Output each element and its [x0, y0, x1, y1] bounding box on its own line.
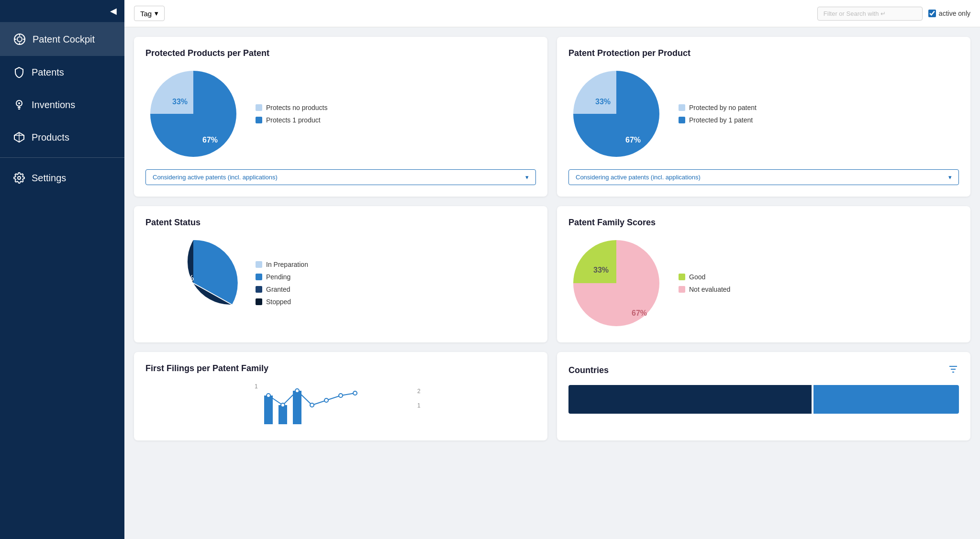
- active-only-label[interactable]: active only: [928, 10, 970, 17]
- gear-icon: [13, 172, 25, 184]
- shield-icon: [13, 66, 25, 78]
- patent-protection-dropdown[interactable]: Considering active patents (incl. applic…: [568, 169, 959, 185]
- svg-point-33: [339, 394, 343, 397]
- legend-item-1-product: Protects 1 product: [256, 116, 327, 124]
- svg-text:1: 1: [255, 383, 258, 390]
- protected-products-footer: Considering active patents (incl. applic…: [145, 169, 536, 185]
- patent-protection-dropdown-label: Considering active patents (incl. applic…: [576, 174, 701, 181]
- card-first-filings-body: 1 2 1: [145, 381, 536, 429]
- legend-label-in-prep: In Preparation: [266, 261, 308, 268]
- tag-label: Tag: [140, 10, 152, 18]
- legend-label-no-products: Protects no products: [266, 104, 327, 111]
- svg-text:33%: 33%: [593, 266, 609, 274]
- svg-point-10: [18, 102, 20, 104]
- svg-point-1: [17, 37, 22, 42]
- card-patent-family-title: Patent Family Scores: [568, 218, 959, 228]
- svg-rect-27: [293, 391, 301, 424]
- card-countries: Countries: [557, 352, 970, 440]
- active-only-checkbox[interactable]: [928, 10, 936, 17]
- svg-point-14: [18, 176, 21, 179]
- topbar-left: Tag ▾: [134, 6, 165, 21]
- card-patent-protection-title: Patent Protection per Product: [568, 48, 959, 58]
- svg-text:67%: 67%: [202, 136, 218, 144]
- svg-text:40%: 40%: [209, 312, 224, 320]
- sidebar-item-patents[interactable]: Patents: [0, 56, 124, 88]
- patent-status-chart: 60% 40%: [145, 235, 241, 331]
- legend-item-no-products: Protects no products: [256, 104, 327, 111]
- country-bar-mid: [813, 385, 959, 414]
- card-patent-family-body: 33% 67% Good Not evaluated: [568, 235, 959, 331]
- card-first-filings-title: First Filings per Patent Family: [145, 363, 536, 374]
- legend-item-no-patent: Protected by no patent: [679, 104, 757, 111]
- countries-bar-chart: [568, 385, 959, 414]
- active-only-text: active only: [939, 10, 970, 17]
- legend-label-1-patent: Protected by 1 patent: [689, 116, 753, 124]
- box-icon: [13, 132, 25, 143]
- legend-label-no-patent: Protected by no patent: [689, 104, 757, 111]
- legend-item-good: Good: [679, 273, 730, 281]
- svg-point-34: [353, 391, 357, 395]
- legend-dot-stopped: [256, 298, 262, 305]
- sidebar-label-settings: Settings: [32, 173, 66, 184]
- svg-text:2: 2: [417, 388, 421, 395]
- card-patent-status-body: 60% 40% In Preparation Pending Granted: [145, 235, 536, 331]
- main-area: Tag ▾ Filter or Search with ↵ active onl…: [124, 0, 980, 539]
- collapse-sidebar-button[interactable]: ◀: [110, 6, 117, 16]
- protected-products-dropdown[interactable]: Considering active patents (incl. applic…: [145, 169, 536, 185]
- card-patent-status: Patent Status 60% 40% In Preparation: [134, 206, 547, 342]
- card-countries-body: [568, 385, 959, 414]
- protected-products-legend: Protects no products Protects 1 product: [256, 104, 327, 124]
- sidebar-item-settings[interactable]: Settings: [0, 162, 124, 194]
- svg-text:60%: 60%: [178, 274, 194, 282]
- card-protected-products: Protected Products per Patent 33% 67% Pr…: [134, 37, 547, 197]
- chevron-down-icon: ▾: [155, 9, 158, 18]
- legend-dot-1-patent: [679, 117, 685, 123]
- legend-dot-in-prep: [256, 261, 262, 268]
- legend-item-pending: Pending: [256, 273, 308, 281]
- sidebar-divider: [0, 157, 124, 158]
- legend-label-granted: Granted: [266, 286, 290, 293]
- sidebar-label-patents: Patents: [32, 67, 64, 78]
- patent-protection-legend: Protected by no patent Protected by 1 pa…: [679, 104, 757, 124]
- legend-item-1-patent: Protected by 1 patent: [679, 116, 757, 124]
- svg-point-32: [324, 398, 328, 402]
- svg-text:67%: 67%: [632, 309, 647, 317]
- sidebar-label-patent-cockpit: Patent Cockpit: [33, 34, 95, 45]
- svg-rect-25: [264, 396, 273, 424]
- first-filings-chart: 1 2 1: [145, 381, 536, 429]
- filter-icon[interactable]: [947, 363, 959, 377]
- svg-text:33%: 33%: [595, 98, 611, 106]
- patent-family-chart: 33% 67%: [568, 235, 664, 331]
- card-patent-family: Patent Family Scores 33% 67% Good: [557, 206, 970, 342]
- sidebar-item-products[interactable]: Products: [0, 121, 124, 154]
- svg-text:33%: 33%: [172, 98, 188, 106]
- svg-point-28: [267, 394, 270, 397]
- chevron-down-icon-3: ▾: [948, 174, 952, 181]
- legend-dot-good: [679, 274, 685, 280]
- sidebar-toggle-area: ◀: [0, 0, 124, 22]
- bulb-icon: [13, 99, 25, 110]
- legend-dot-no-products: [256, 104, 262, 111]
- legend-item-granted: Granted: [256, 286, 308, 293]
- sidebar-label-products: Products: [32, 132, 69, 143]
- protected-products-chart: 33% 67%: [145, 66, 241, 162]
- country-bar-dark: [568, 385, 812, 414]
- card-countries-title: Countries: [568, 365, 609, 375]
- svg-point-31: [310, 403, 314, 407]
- legend-label-1-product: Protects 1 product: [266, 116, 321, 124]
- svg-text:1: 1: [417, 402, 421, 409]
- topbar: Tag ▾ Filter or Search with ↵ active onl…: [124, 0, 980, 27]
- dashboard: Protected Products per Patent 33% 67% Pr…: [124, 27, 980, 539]
- tag-dropdown[interactable]: Tag ▾: [134, 6, 165, 21]
- sidebar-item-patent-cockpit[interactable]: Patent Cockpit: [0, 22, 124, 56]
- sidebar-item-inventions[interactable]: Inventions: [0, 88, 124, 121]
- legend-dot-no-patent: [679, 104, 685, 111]
- topbar-right: Filter or Search with ↵ active only: [817, 7, 970, 21]
- legend-dot-not-evaluated: [679, 286, 685, 293]
- patent-protection-chart: 33% 67%: [568, 66, 664, 162]
- search-placeholder: Filter or Search with ↵: [824, 10, 886, 17]
- legend-label-good: Good: [689, 273, 705, 281]
- legend-dot-pending: [256, 274, 262, 280]
- legend-dot-granted: [256, 286, 262, 293]
- search-box[interactable]: Filter or Search with ↵: [817, 7, 923, 21]
